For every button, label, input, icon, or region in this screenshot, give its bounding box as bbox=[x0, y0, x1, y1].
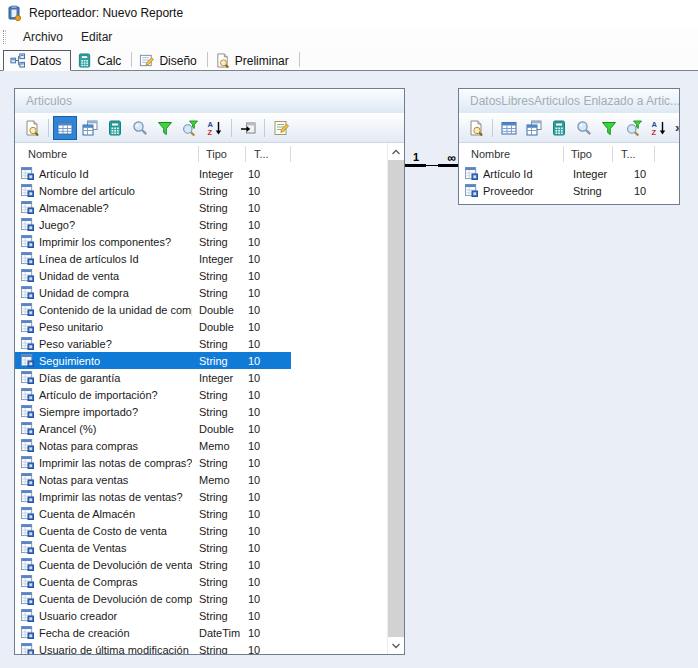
table-row[interactable]: Notas para compras Memo 10 bbox=[15, 437, 291, 454]
field-t: 10 bbox=[240, 253, 277, 265]
table-row[interactable]: Fecha de creación DateTime 10 bbox=[15, 624, 291, 641]
field-t: 10 bbox=[240, 542, 277, 554]
field-type: String bbox=[192, 355, 240, 367]
table-view-icon[interactable] bbox=[497, 116, 521, 140]
table-row[interactable]: Imprimir las notas de compras? String 10 bbox=[15, 454, 291, 471]
table-row[interactable]: Días de garantía Integer 10 bbox=[15, 369, 291, 386]
toolbar-overflow-chevron[interactable]: » bbox=[675, 121, 680, 134]
field-name: Cuenta de Compras bbox=[39, 576, 192, 588]
field-name: Unidad de compra bbox=[39, 287, 192, 299]
field-t: 10 bbox=[240, 389, 277, 401]
table-row[interactable]: Peso unitario Double 10 bbox=[15, 318, 291, 335]
articulos-panel-header[interactable]: Articulos bbox=[15, 89, 404, 113]
filter-icon[interactable] bbox=[153, 116, 177, 140]
calculator-icon[interactable] bbox=[547, 116, 571, 140]
scrollbar-thumb[interactable] bbox=[388, 160, 404, 637]
table-row[interactable]: Artículo Id Integer 10 bbox=[459, 165, 659, 182]
column-nombre[interactable]: Nombre bbox=[15, 146, 199, 162]
relationship-connector: 1 ∞ bbox=[405, 146, 459, 168]
field-name: Arancel (%) bbox=[39, 423, 192, 435]
tab-label: Diseño bbox=[159, 54, 196, 68]
filter-search-icon[interactable] bbox=[622, 116, 646, 140]
field-type: Integer bbox=[192, 253, 240, 265]
tab-calc[interactable]: Calc bbox=[71, 50, 130, 71]
field-icon bbox=[21, 388, 34, 401]
table-row[interactable]: Seguimiento String 10 bbox=[15, 352, 291, 369]
field-t: 10 bbox=[240, 644, 277, 656]
calculator-icon[interactable] bbox=[103, 116, 127, 140]
table-row[interactable]: Usuario de última modificación String 10 bbox=[15, 641, 291, 655]
table-row[interactable]: Almacenable? String 10 bbox=[15, 199, 291, 216]
menu-editar[interactable]: Editar bbox=[72, 28, 121, 46]
menu-archivo[interactable]: Archivo bbox=[14, 28, 72, 46]
column-t[interactable]: T... bbox=[246, 146, 291, 162]
table-row[interactable]: Cuenta de Almacén String 10 bbox=[15, 505, 291, 522]
field-t: 10 bbox=[240, 321, 277, 333]
tables-icon[interactable] bbox=[522, 116, 546, 140]
table-row[interactable]: Imprimir los componentes? String 10 bbox=[15, 233, 291, 250]
filter-search-icon[interactable] bbox=[178, 116, 202, 140]
field-icon bbox=[21, 167, 34, 180]
vertical-scrollbar[interactable] bbox=[387, 143, 404, 654]
field-t: 10 bbox=[240, 372, 277, 384]
table-row[interactable]: Artículo Id Integer 10 bbox=[15, 165, 291, 182]
scroll-down-icon[interactable] bbox=[388, 637, 404, 654]
datoslibres-panel-header[interactable]: DatosLibresArticulos Enlazado a Artic... bbox=[459, 89, 679, 113]
table-row[interactable]: Cuenta de Compras String 10 bbox=[15, 573, 291, 590]
table-row[interactable]: Cuenta de Ventas String 10 bbox=[15, 539, 291, 556]
toolbar-separator bbox=[231, 119, 232, 137]
column-tipo[interactable]: Tipo bbox=[564, 146, 613, 162]
scroll-up-icon[interactable] bbox=[388, 143, 404, 160]
table-row[interactable]: Contenido de la unidad de comp Double 10 bbox=[15, 301, 291, 318]
field-type: Integer bbox=[568, 168, 626, 180]
field-icon bbox=[21, 473, 34, 486]
search-icon[interactable] bbox=[128, 116, 152, 140]
field-t: 10 bbox=[240, 610, 277, 622]
field-name: Usuario creador bbox=[39, 610, 192, 622]
field-icon bbox=[21, 558, 34, 571]
field-type: String bbox=[192, 559, 240, 571]
column-tipo[interactable]: Tipo bbox=[199, 146, 246, 162]
sort-az-icon[interactable] bbox=[647, 116, 671, 140]
search-icon[interactable] bbox=[572, 116, 596, 140]
field-name: Imprimir las notas de ventas? bbox=[39, 491, 192, 503]
app-window: Reporteador: Nuevo Reporte Archivo Edita… bbox=[0, 0, 698, 668]
panel-title: Articulos bbox=[26, 94, 72, 108]
edit-notes-icon[interactable] bbox=[269, 116, 293, 140]
preview-icon[interactable] bbox=[20, 116, 44, 140]
table-row[interactable]: Cuenta de Devolución de ventas String 10 bbox=[15, 556, 291, 573]
table-row[interactable]: Línea de artículos Id Integer 10 bbox=[15, 250, 291, 267]
clipboard-icon bbox=[6, 5, 22, 21]
table-row[interactable]: Peso variable? String 10 bbox=[15, 335, 291, 352]
table-row[interactable]: Siempre importado? String 10 bbox=[15, 403, 291, 420]
field-type: String bbox=[192, 491, 240, 503]
field-type: String bbox=[192, 202, 240, 214]
table-row[interactable]: Notas para ventas Memo 10 bbox=[15, 471, 291, 488]
table-row[interactable]: Juego? String 10 bbox=[15, 216, 291, 233]
tab-diseno[interactable]: Diseño bbox=[133, 50, 205, 71]
menubar-gripper[interactable] bbox=[3, 30, 6, 44]
table-row[interactable]: Cuenta de Costo de venta String 10 bbox=[15, 522, 291, 539]
preview-icon bbox=[215, 53, 230, 68]
table-row[interactable]: Imprimir las notas de ventas? String 10 bbox=[15, 488, 291, 505]
table-row[interactable]: Usuario creador String 10 bbox=[15, 607, 291, 624]
sort-az-icon[interactable] bbox=[203, 116, 227, 140]
table-row[interactable]: Unidad de compra String 10 bbox=[15, 284, 291, 301]
table-row[interactable]: Cuenta de Devolución de compr. String 10 bbox=[15, 590, 291, 607]
tables-icon[interactable] bbox=[78, 116, 102, 140]
table-row[interactable]: Proveedor String 10 bbox=[459, 182, 659, 199]
table-row[interactable]: Unidad de venta String 10 bbox=[15, 267, 291, 284]
tab-datos[interactable]: Datos bbox=[3, 50, 71, 71]
field-icon bbox=[21, 252, 34, 265]
column-nombre[interactable]: Nombre bbox=[459, 146, 564, 162]
goto-field-icon[interactable] bbox=[236, 116, 260, 140]
field-t: 10 bbox=[626, 185, 656, 197]
tab-preliminar[interactable]: Preliminar bbox=[209, 50, 298, 71]
filter-icon[interactable] bbox=[597, 116, 621, 140]
column-t[interactable]: T... bbox=[613, 146, 655, 162]
table-row[interactable]: Arancel (%) Double 10 bbox=[15, 420, 291, 437]
table-view-icon[interactable] bbox=[53, 116, 77, 140]
table-row[interactable]: Artículo de importación? String 10 bbox=[15, 386, 291, 403]
preview-icon[interactable] bbox=[464, 116, 488, 140]
table-row[interactable]: Nombre del artículo String 10 bbox=[15, 182, 291, 199]
